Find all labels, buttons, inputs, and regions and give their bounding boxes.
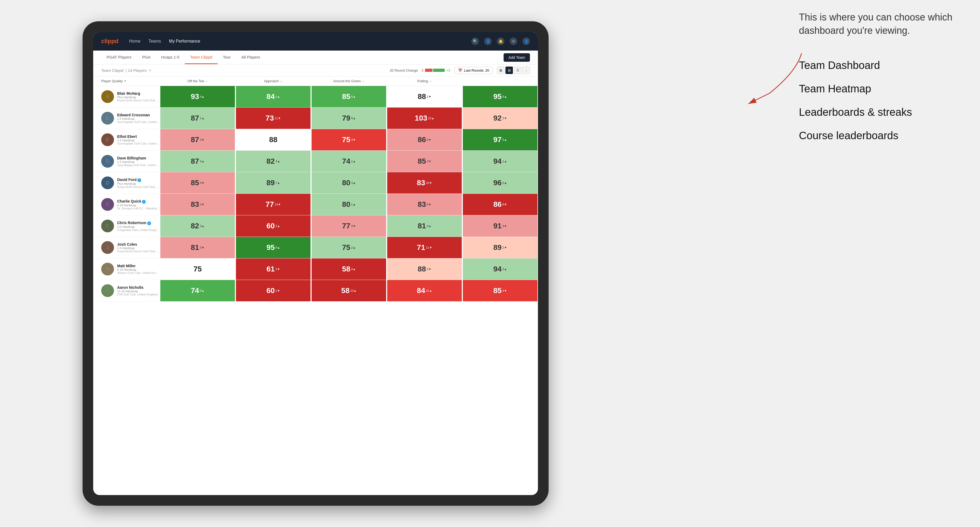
col-header-player[interactable]: Player Quality — [101, 76, 160, 86]
arrow-down-icon: ▼ — [428, 138, 431, 141]
score-change: 3▼ — [200, 138, 205, 141]
arrow-down-icon: ▼ — [504, 246, 507, 249]
score-cell-around: 836▼ — [387, 194, 462, 215]
subnav-tab-team-clippd[interactable]: Team Clippd — [185, 51, 218, 64]
col-header-approach[interactable]: Approach — — [235, 76, 311, 86]
table-row[interactable]: AAaron Nicholls11-15 HandicapDrift Golf … — [93, 280, 538, 302]
user-avatar-icon[interactable]: 👤 — [522, 38, 530, 45]
avatar: M — [101, 263, 114, 275]
score-value: 84 — [266, 92, 275, 101]
navbar-link[interactable]: My Performance — [169, 39, 200, 44]
add-team-button[interactable]: Add Team — [504, 53, 530, 62]
annotation-item: Team Dashboard — [799, 54, 959, 77]
table-row[interactable]: EElliot Ebert1-5 HandicapSunningdale Gol… — [93, 129, 538, 151]
table-row[interactable]: JJosh Coles1-5 HandicapRoyal North Devon… — [93, 237, 538, 259]
table-row[interactable]: EEdward Crossman1-5 HandicapSunningdale … — [93, 108, 538, 129]
avatar: J — [101, 241, 114, 254]
tablet-device: clippd HomeTeamsMy Performance 🔍 👤 🔔 ⚙ 👤… — [83, 21, 549, 506]
score-change: 3▼ — [275, 268, 280, 271]
player-rows-container: BBlair McHargPlus HandicapRoyal North De… — [93, 86, 538, 302]
navbar-link[interactable]: Teams — [148, 39, 161, 44]
player-name: Elliot Ebert — [117, 135, 160, 139]
player-details: Edward Crossman1-5 HandicapSunningdale G… — [117, 113, 160, 124]
table-row[interactable]: DDavid Ford✓Plus HandicapRoyal North Dev… — [93, 172, 538, 194]
score-value: 82 — [266, 157, 275, 165]
player-details: Aaron Nicholls11-15 HandicapDrift Golf C… — [117, 285, 160, 296]
score-cell-approach: 584▲ — [312, 259, 386, 280]
score-change: 8▲ — [200, 289, 205, 292]
table-row[interactable]: CChris Robertson✓1-5 HandicapCraigmillar… — [93, 215, 538, 237]
last-rounds-button[interactable]: 📅 Last Rounds: 20 — [455, 67, 493, 74]
annotation-item: Course leaderboards — [799, 124, 959, 147]
score-cell-putting: 963▲ — [463, 172, 538, 194]
arrow-up-icon: ▲ — [202, 289, 205, 292]
search-icon[interactable]: 🔍 — [471, 38, 479, 45]
score-change: 4▼ — [503, 289, 507, 292]
settings-icon[interactable]: ⚙ — [510, 38, 517, 45]
export-icon[interactable]: ↓ — [522, 67, 530, 74]
score-change: 6▲ — [275, 95, 280, 98]
brand-logo[interactable]: clippd — [101, 38, 119, 45]
score-cell-around: 8310▼ — [387, 172, 462, 194]
score-change: 6▼ — [427, 203, 431, 206]
player-info-cell: CChris Robertson✓1-5 HandicapCraigmillar… — [101, 217, 160, 235]
table-row[interactable]: DDave Billingham1-5 HandicapGog Magog Go… — [93, 151, 538, 172]
round-change-bar — [425, 69, 445, 72]
verified-icon: ✓ — [137, 178, 141, 182]
subnav-tab-pgat-players[interactable]: PGAT Players — [101, 51, 137, 64]
navbar-link[interactable]: Home — [129, 39, 141, 44]
score-change: 8▲ — [351, 95, 356, 98]
grid-view-icon[interactable]: ▦ — [497, 67, 504, 74]
table-row[interactable]: BBlair McHargPlus HandicapRoyal North De… — [93, 86, 538, 108]
arrow-down-icon: ▼ — [353, 224, 356, 227]
score-value: 75 — [193, 265, 202, 273]
score-change: 1▲ — [351, 203, 356, 206]
score-value: 88 — [418, 265, 426, 273]
subnav-tab-hcaps-1-5[interactable]: Hcaps 1-5 — [156, 51, 185, 64]
score-change: 1▼ — [427, 95, 431, 98]
player-details: Charlie Quick✓6-10 HandicapSt. George's … — [117, 199, 160, 210]
bell-icon[interactable]: 🔔 — [497, 38, 504, 45]
arrow-down-icon: ▼ — [278, 203, 281, 206]
score-change: 3▼ — [200, 246, 205, 249]
score-cell-approach: 741▲ — [312, 151, 386, 172]
player-info-cell: DDave Billingham1-5 HandicapGog Magog Go… — [101, 152, 160, 170]
arrow-up-icon: ▲ — [202, 117, 205, 120]
arrow-down-icon: ▼ — [504, 117, 507, 120]
player-club: Gog Magog Golf Club, United Kingdom — [117, 163, 160, 167]
score-change: 3▼ — [503, 117, 507, 120]
arrow-up-icon: ▲ — [353, 95, 356, 98]
player-name: Josh Coles — [117, 242, 160, 246]
col-header-tee[interactable]: Off the Tee — — [160, 76, 235, 86]
col-header-around[interactable]: Around the Green — — [311, 76, 387, 86]
profile-icon[interactable]: 👤 — [484, 38, 492, 45]
player-handicap: Plus Handicap — [117, 95, 160, 99]
score-value: 83 — [418, 200, 426, 209]
score-cell-around: 10315▲ — [387, 108, 462, 129]
player-quality-sort-icon — [124, 79, 126, 83]
player-club: Drift Golf Club, United Kingdom — [117, 293, 160, 296]
score-value: 88 — [418, 92, 426, 101]
score-value: 87 — [191, 135, 199, 144]
list-view-icon[interactable]: ☰ — [514, 67, 522, 74]
score-change: 1▲ — [503, 160, 507, 163]
score-value: 93 — [191, 92, 199, 101]
subnav-tab-pga[interactable]: PGA — [137, 51, 156, 64]
score-change: 3▲ — [351, 181, 356, 184]
player-name: Dave Billingham — [117, 156, 160, 160]
score-change: 7▲ — [275, 181, 280, 184]
table-row[interactable]: MMatt Miller6-10 HandicapWoburn Golf Clu… — [93, 259, 538, 280]
heatmap-view-icon[interactable]: ▤ — [506, 67, 513, 74]
score-change: 5▲ — [503, 138, 507, 141]
subnav-tab-all-players[interactable]: All Players — [236, 51, 266, 64]
table-row[interactable]: CCharlie Quick✓6-10 HandicapSt. George's… — [93, 194, 538, 215]
arrow-up-icon: ▲ — [353, 268, 356, 271]
score-cell-putting: 913▼ — [463, 215, 538, 237]
score-value: 88 — [269, 135, 277, 144]
edit-team-icon[interactable]: ✏ — [149, 68, 152, 72]
col-header-putting[interactable]: Putting — — [387, 76, 462, 86]
player-handicap: 6-10 Handicap — [117, 268, 160, 271]
subnav-tab-tour[interactable]: Tour — [218, 51, 236, 64]
player-club: Royal North Devon Golf Club, United King… — [117, 185, 160, 189]
score-cell-quality: 75 — [160, 259, 235, 280]
